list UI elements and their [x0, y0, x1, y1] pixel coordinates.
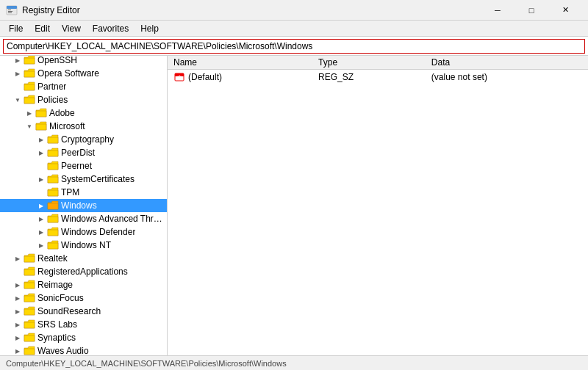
reg-type-cell: REG_SZ	[312, 70, 426, 85]
folder-icon	[47, 148, 59, 158]
svg-rect-1	[7, 6, 17, 9]
tree-label: Reimage	[37, 280, 73, 290]
expand-icon[interactable]: ▶	[12, 292, 24, 304]
tree-scroll[interactable]: ▶ Nuance▶ NVIDIA Corporation▶ ODBC OEM▶ …	[0, 56, 167, 355]
expand-icon[interactable]: ▶	[12, 332, 24, 344]
folder-icon	[24, 68, 35, 79]
svg-rect-4	[8, 12, 12, 13]
folder-icon	[24, 306, 35, 316]
table-row[interactable]: ab (Default) REG_SZ(value not set)	[168, 70, 588, 85]
menu-item-help[interactable]: Help	[135, 22, 165, 35]
expand-icon[interactable]: ▶	[12, 279, 24, 291]
reg-name: (Default)	[188, 72, 222, 82]
expand-icon[interactable]: ▶	[12, 319, 24, 330]
folder-icon	[47, 161, 59, 171]
expand-icon[interactable]: ▶	[35, 213, 47, 225]
tree-item-opera[interactable]: ▶ Opera Software	[0, 67, 167, 80]
tree-item-waveaudio[interactable]: ▶ Waves Audio	[0, 344, 167, 355]
tree-item-openssh[interactable]: ▶ OpenSSH	[0, 56, 167, 67]
svg-rect-2	[8, 10, 11, 10]
tree-label: Microsoft	[49, 121, 85, 131]
tree-item-partner[interactable]: Partner	[0, 80, 167, 93]
tree-label: Cryptography	[61, 134, 114, 145]
expand-icon[interactable]: ▶	[35, 226, 47, 238]
tree-item-peernet[interactable]: Peernet	[0, 159, 167, 173]
reg-name-cell: ab (Default)	[168, 70, 312, 85]
folder-icon	[24, 346, 35, 355]
tree-item-peerdist[interactable]: ▶ PeerDist	[0, 146, 167, 159]
tree-label: Synaptics	[37, 333, 76, 343]
svg-rect-3	[8, 11, 12, 12]
folder-icon	[24, 319, 35, 330]
tree-item-adobe[interactable]: ▶ Adobe	[0, 106, 167, 120]
reg-data-cell: (value not set)	[426, 70, 588, 85]
folder-icon	[35, 108, 47, 118]
menu-item-edit[interactable]: Edit	[29, 22, 56, 35]
folder-icon	[24, 266, 35, 277]
tree-label: Windows Advanced Threat Prote...	[61, 214, 167, 224]
expand-icon[interactable]: ▶	[35, 147, 47, 159]
tree-item-soundresearch[interactable]: ▶ SoundResearch	[0, 305, 167, 318]
tree-label: Windows NT	[61, 240, 111, 250]
tree-item-tpm[interactable]: TPM	[0, 186, 167, 199]
tree-label: RegisteredApplications	[37, 266, 128, 277]
menu-item-favorites[interactable]: Favorites	[87, 22, 135, 35]
menu-item-file[interactable]: File	[3, 22, 29, 35]
maximize-button[interactable]: □	[514, 0, 548, 21]
close-button[interactable]: ✕	[548, 0, 582, 21]
expand-icon[interactable]: ▶	[35, 239, 47, 251]
tree-item-winadvthreat[interactable]: ▶ Windows Advanced Threat Prote...	[0, 212, 167, 225]
tree-item-srslabs[interactable]: ▶ SRS Labs	[0, 318, 167, 331]
expand-icon[interactable]	[12, 266, 24, 278]
folder-icon	[47, 240, 59, 250]
tree-label: Peernet	[61, 161, 92, 171]
tree-item-winnt[interactable]: ▶ Windows NT	[0, 239, 167, 252]
minimize-button[interactable]: ─	[481, 0, 514, 21]
folder-icon	[24, 333, 35, 343]
folder-icon	[47, 174, 59, 184]
expand-icon[interactable]: ▶	[35, 173, 47, 185]
tree-label: SoundResearch	[37, 306, 101, 316]
expand-icon[interactable]: ▶	[12, 253, 24, 264]
folder-icon	[24, 253, 35, 264]
expand-icon[interactable]: ▶	[35, 134, 47, 145]
expand-icon[interactable]: ▶	[12, 345, 24, 355]
window-title: Registry Editor	[22, 5, 481, 15]
tree-item-synaptics[interactable]: ▶ Synaptics	[0, 331, 167, 344]
expand-icon[interactable]	[35, 186, 47, 198]
col-type: Type	[312, 56, 426, 70]
expand-icon[interactable]: ▶	[24, 107, 35, 119]
col-data: Data	[426, 56, 588, 70]
tree-label: Adobe	[49, 108, 75, 118]
tree-item-microsoft[interactable]: ▼ Microsoft	[0, 120, 167, 133]
folder-icon	[35, 121, 47, 131]
tree-item-sonicfocus[interactable]: ▶ SonicFocus	[0, 291, 167, 305]
tree-item-cryptography[interactable]: ▶ Cryptography	[0, 133, 167, 146]
status-bar: Computer\HKEY_LOCAL_MACHINE\SOFTWARE\Pol…	[0, 355, 588, 370]
expand-icon[interactable]: ▶	[35, 200, 47, 211]
tree-item-windows[interactable]: ▶ Windows	[0, 199, 167, 212]
expand-icon[interactable]: ▶	[12, 56, 24, 66]
tree-item-windefender[interactable]: ▶ Windows Defender	[0, 225, 167, 239]
tree-item-regapps[interactable]: RegisteredApplications	[0, 265, 167, 278]
expand-icon[interactable]	[35, 160, 47, 172]
right-panel[interactable]: Name Type Data ab (Default) REG_SZ(value…	[168, 56, 588, 355]
tree-label: Windows Defender	[61, 227, 135, 237]
expand-icon[interactable]: ▶	[12, 68, 24, 79]
tree-label: TPM	[61, 187, 79, 197]
address-input[interactable]	[3, 39, 585, 54]
tree-item-policies[interactable]: ▼ Policies	[0, 93, 167, 106]
tree-item-reimage[interactable]: ▶ Reimage	[0, 278, 167, 291]
expand-icon[interactable]: ▶	[12, 305, 24, 317]
col-name: Name	[168, 56, 312, 70]
expand-icon[interactable]: ▼	[12, 94, 24, 106]
tree-item-realtek[interactable]: ▶ Realtek	[0, 252, 167, 265]
expand-icon[interactable]: ▼	[24, 120, 35, 132]
tree-item-systemcerts[interactable]: ▶ SystemCertificates	[0, 173, 167, 186]
folder-icon	[47, 214, 59, 224]
expand-icon[interactable]	[12, 81, 24, 92]
menu-bar: FileEditViewFavoritesHelp	[0, 21, 588, 37]
folder-icon	[24, 280, 35, 290]
folder-icon	[24, 56, 35, 65]
menu-item-view[interactable]: View	[56, 22, 87, 35]
